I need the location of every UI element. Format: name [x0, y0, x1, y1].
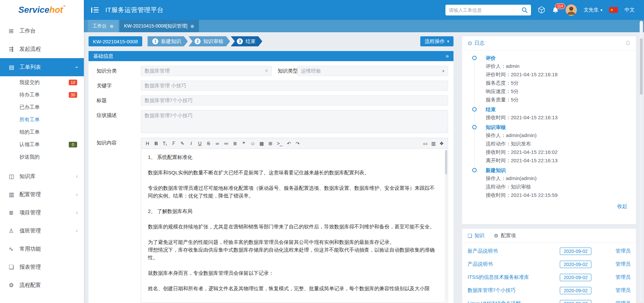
unordered-list-icon[interactable]: ≣ — [233, 141, 237, 146]
log-panel-header: ⊙ 日志 — [462, 36, 636, 50]
sidebar-item-project-management[interactable]: ≣ 项目管理 ‹ — [0, 204, 84, 222]
sidebar-subitem-cc-me[interactable]: 抄送我的 — [0, 151, 84, 163]
sidebar-subitem-claim[interactable]: 认领工单 0 — [0, 138, 84, 151]
main-area: IT服务运营管理平台 114 — [84, 0, 644, 303]
china-flag-icon[interactable]: ★ — [609, 7, 618, 13]
page-scrollbar[interactable] — [640, 21, 643, 302]
tab-knowledge[interactable]: ❏ 知识 — [468, 232, 484, 239]
config-management-icon: ▥ — [9, 191, 19, 198]
text-size-icon[interactable]: T₁ — [163, 141, 167, 146]
image-icon[interactable]: ▦ — [260, 141, 264, 146]
package-icon[interactable] — [538, 6, 545, 14]
sidebar-item-common-functions[interactable]: ∿ 常用功能 — [0, 240, 84, 258]
title-input[interactable] — [145, 98, 444, 103]
symptom-textarea[interactable]: 数据库管理7个小技巧 — [141, 110, 448, 133]
timeline-entry-title[interactable]: 新建知识 — [486, 167, 506, 174]
timeline-entry-title[interactable]: 结束 — [486, 106, 496, 113]
collapse-log-link[interactable]: 收起 — [467, 201, 630, 210]
emoji-icon[interactable]: ☺ — [250, 141, 255, 146]
sidebar-subitem-todo[interactable]: 待办工单 30 — [0, 89, 84, 101]
sidebar-subitem-label: 我提交的 — [19, 79, 40, 86]
notification-bell-icon[interactable]: 114 — [552, 6, 559, 14]
split-view-icon[interactable]: ▥ — [431, 141, 436, 146]
timeline-detail: 评价人：admin — [486, 62, 630, 70]
sidebar-subitem-all[interactable]: 所有工单 — [0, 114, 84, 126]
code-icon[interactable]: >_ — [277, 141, 282, 146]
clear-icon[interactable]: × — [265, 68, 268, 74]
keywords-input[interactable] — [145, 83, 444, 89]
timeline-dot-icon — [472, 125, 477, 129]
heading-icon[interactable]: H — [145, 141, 150, 146]
knowledge-category-input[interactable] — [145, 68, 262, 74]
search-input[interactable] — [449, 7, 522, 13]
sidebar-item-duty-management[interactable]: ♙ 值班管理 ‹ — [0, 222, 84, 240]
editor-content[interactable]: 1、 系统配置标准化 数据库和SQL实例的数量不断在扩大已经不是新闻了。这意味着… — [141, 149, 448, 303]
quote-icon[interactable]: ❝ — [241, 141, 246, 146]
sidebar-subitem-done[interactable]: 已办工单 — [0, 101, 84, 114]
chevron-left-icon: ‹ — [76, 227, 78, 234]
underline-icon[interactable]: U — [198, 141, 202, 146]
editor-scrollbar-thumb[interactable] — [445, 150, 447, 174]
timeline-entry-title[interactable]: 知识审核 — [486, 124, 506, 131]
language-switcher[interactable]: 中文 — [625, 7, 635, 13]
initiate-process-icon: ⇶ — [9, 46, 19, 53]
editor-paragraph: 就数据库本身而言，专业数据库管理员会保留以下记录： — [148, 269, 438, 277]
knowledge-link[interactable]: 新产品说明书 — [468, 248, 560, 254]
log-panel-title: ⊙ 日志 — [468, 40, 484, 46]
page-title: IT服务运营管理平台 — [105, 6, 164, 14]
sidebar-item-workbench[interactable]: ⊞ 工作台 — [0, 22, 84, 40]
user-avatar[interactable] — [566, 4, 577, 16]
tab-knowledge-ticket[interactable]: KW-20210415-0008[知识管理] ⊗ — [119, 20, 199, 32]
editor-paragraph: 理想情况下，库存收集应由供应集中式数据库存储库的自动化流程来处理，但这并不能取代… — [148, 246, 438, 261]
log-bell-icon[interactable] — [625, 40, 631, 46]
ordered-list-icon[interactable]: ≔ — [224, 141, 228, 146]
sidebar-item-label: 发起流程 — [19, 46, 41, 53]
fullscreen-icon[interactable]: ❖ — [439, 141, 444, 146]
work-order-submenu: 我提交的 10 待办工单 30 已办工单 所有工单 组的工单 认领工单 — [0, 76, 84, 163]
process-action-button[interactable]: 流程操作 ▾ — [420, 36, 453, 46]
sidebar-subitem-group[interactable]: 组的工单 — [0, 126, 84, 138]
sidebar-item-knowledge-base[interactable]: ◫ 知识库 ‹ — [0, 167, 84, 185]
knowledge-type-select[interactable]: 运维经验 ▾ — [297, 66, 448, 76]
user-menu[interactable]: 文先生 ▾ — [584, 7, 602, 13]
sidebar-item-process-config[interactable]: ⚙ 流程配置 — [0, 276, 84, 294]
logo-quote-mark: ” — [63, 4, 66, 10]
sidebar-item-work-orders[interactable]: ▤ 工单列表 › — [0, 58, 84, 76]
knowledge-type-value: 运维经验 — [301, 68, 321, 74]
undo-icon[interactable]: ↶ — [287, 141, 291, 146]
report-document-icon: ❏ — [9, 264, 19, 271]
list-item: 数据库管理7个小技巧 2020-09-02 管理员 — [468, 284, 631, 297]
sidebar-item-initiate-process[interactable]: ⇶ 发起流程 — [0, 40, 84, 58]
tab-workbench[interactable]: 工作台 ⊗ — [88, 20, 118, 32]
pencil-icon[interactable]: ✎ — [180, 141, 184, 146]
search-icon[interactable] — [522, 7, 528, 13]
tab-config-items[interactable]: ⚙ 配置项 — [494, 232, 516, 239]
sidebar-subitem-my-submitted[interactable]: 我提交的 10 — [0, 76, 84, 89]
preview-icon[interactable]: ▭ — [423, 141, 428, 146]
servicehot-logo: Servicehot” — [0, 0, 84, 20]
font-icon[interactable]: F — [171, 141, 176, 146]
close-icon[interactable]: ⊗ — [191, 24, 195, 29]
link-icon[interactable]: ∞ — [215, 141, 219, 146]
knowledge-link[interactable]: 数据库管理7个小技巧 — [468, 287, 560, 294]
editor-scrollbar[interactable] — [445, 149, 447, 302]
page-scrollbar-thumb[interactable] — [640, 38, 643, 95]
knowledge-link[interactable]: Linux VMSTAT命令详解 — [468, 300, 560, 303]
redo-icon[interactable]: ↷ — [296, 141, 300, 146]
table-icon[interactable]: ⊞ — [268, 141, 273, 146]
collapse-section-icon[interactable]: » — [446, 53, 449, 59]
sidebar-subitem-label: 认领工单 — [19, 141, 40, 148]
italic-icon[interactable]: I — [189, 141, 193, 146]
sidebar-item-label: 工作台 — [19, 28, 36, 35]
knowledge-link[interactable]: 产品说明书 — [468, 261, 560, 267]
strikethrough-icon[interactable]: S — [206, 141, 211, 146]
close-icon[interactable]: ⊗ — [110, 24, 114, 29]
bold-icon[interactable]: B — [154, 141, 158, 146]
sidebar-item-report-management[interactable]: ❏ 报表管理 — [0, 258, 84, 276]
sidebar-item-config-management[interactable]: ▥ 配置管理 ‹ — [0, 185, 84, 204]
timeline-entry-title[interactable]: 评价 — [486, 54, 496, 62]
knowledge-link[interactable]: ITSS的信息技术服务标准库 — [468, 274, 560, 280]
sidebar-toggle-icon[interactable] — [91, 7, 99, 13]
field-label-title: 标题 — [94, 95, 141, 105]
timeline-detail: 接收时间：2021-04-15 22:15:59 — [486, 191, 630, 199]
